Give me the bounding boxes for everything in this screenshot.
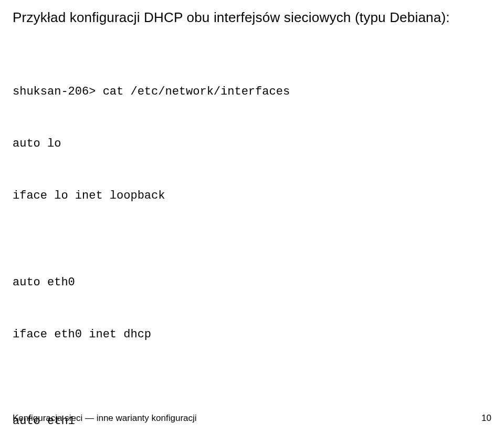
code-line: auto lo xyxy=(13,135,290,152)
slide-title: Przykład konfiguracji DHCP obu interfejs… xyxy=(13,9,450,26)
code-line: iface eth0 inet dhcp xyxy=(13,326,290,343)
code-line: iface lo inet loopback xyxy=(13,187,290,204)
page-number: 10 xyxy=(481,413,491,424)
slide-footer: Konfiguracja sieci — inne warianty konfi… xyxy=(13,413,491,424)
code-line: auto eth0 xyxy=(13,274,290,291)
code-line: shuksan-206> cat /etc/network/interfaces xyxy=(13,83,290,100)
code-block: shuksan-206> cat /etc/network/interfaces… xyxy=(13,48,290,433)
slide-page: Przykład konfiguracji DHCP obu interfejs… xyxy=(0,0,504,433)
footer-label: Konfiguracja sieci — inne warianty konfi… xyxy=(13,413,197,424)
